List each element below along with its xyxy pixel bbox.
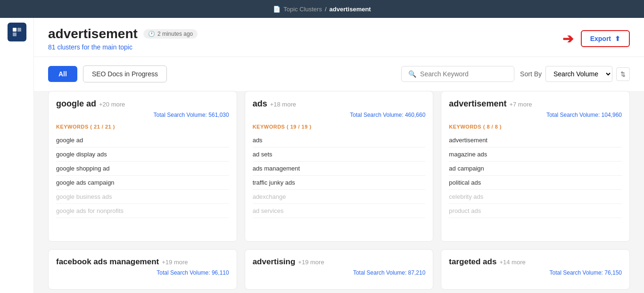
main-content: advertisement 🕐 2 minutes ago 81 cluster… bbox=[34, 18, 644, 293]
card-volume-targeted-ads: Total Search Volume: 76,150 bbox=[449, 269, 622, 276]
breadcrumb-parent: Topic Clusters bbox=[283, 6, 322, 13]
keyword-ads-3: ads management bbox=[253, 162, 426, 176]
search-icon: 🔍 bbox=[408, 70, 416, 78]
card-fade-advertisement bbox=[441, 213, 629, 241]
header-left: advertisement 🕐 2 minutes ago 81 cluster… bbox=[48, 26, 198, 51]
clusters-subtitle: 81 clusters for the main topic bbox=[48, 43, 198, 51]
export-button[interactable]: Export ⬆ bbox=[581, 30, 630, 47]
card-fade-ads bbox=[245, 213, 433, 241]
breadcrumb-doc-icon: 📄 bbox=[273, 6, 281, 13]
svg-rect-2 bbox=[17, 28, 21, 32]
svg-rect-1 bbox=[13, 33, 17, 36]
export-label: Export bbox=[590, 35, 611, 42]
clock-icon: 🕐 bbox=[148, 31, 155, 37]
cluster-card-targeted-ads: targeted ads +14 more Total Search Volum… bbox=[441, 249, 630, 290]
svg-rect-0 bbox=[13, 28, 17, 32]
keyword-advertisement-4: political ads bbox=[449, 176, 622, 190]
cluster-card-advertising: advertising +19 more Total Search Volume… bbox=[245, 249, 434, 290]
card-volume-facebook-ads: Total Search Volume: 96,110 bbox=[56, 269, 229, 276]
card-header-targeted-ads: targeted ads +14 more bbox=[449, 257, 622, 267]
card-header-advertisement: advertisement +7 more bbox=[449, 99, 622, 109]
keyword-google-ad-2: google display ads bbox=[56, 147, 229, 162]
page-title-text: advertisement bbox=[48, 26, 138, 41]
cards-container: google ad +20 more Total Search Volume: … bbox=[34, 91, 644, 293]
card-more-advertising: +19 more bbox=[298, 259, 324, 266]
keyword-advertisement-2: magazine ads bbox=[449, 147, 622, 162]
sort-by-label: Sort By bbox=[520, 70, 542, 78]
search-box: 🔍 bbox=[401, 66, 514, 82]
card-title-google-ad: google ad bbox=[56, 99, 96, 109]
card-title-facebook-ads: facebook ads management bbox=[56, 257, 159, 267]
card-volume-ads: Total Search Volume: 460,660 bbox=[253, 112, 426, 118]
keyword-google-ad-1: google ad bbox=[56, 133, 229, 147]
sort-order-button[interactable]: ⇅ bbox=[616, 67, 630, 81]
keyword-ads-2: ad sets bbox=[253, 147, 426, 162]
keyword-ads-1: ads bbox=[253, 133, 426, 147]
keyword-google-ad-4: google ads campaign bbox=[56, 176, 229, 190]
main-cards-grid: google ad +20 more Total Search Volume: … bbox=[48, 91, 630, 242]
keywords-label-advertisement: KEYWORDS ( 8 / 8 ) bbox=[449, 124, 622, 130]
bottom-cards-grid: facebook ads management +19 more Total S… bbox=[48, 249, 630, 290]
card-title-ads: ads bbox=[253, 99, 267, 109]
timestamp-badge: 🕐 2 minutes ago bbox=[143, 29, 198, 39]
breadcrumb-current: advertisement bbox=[330, 6, 371, 13]
breadcrumb-separator: / bbox=[325, 6, 327, 13]
sort-select[interactable]: Search Volume Keyword Count Alphabetical bbox=[545, 66, 612, 82]
card-volume-advertising: Total Search Volume: 87,210 bbox=[253, 269, 426, 276]
keyword-ads-5: adexchange bbox=[253, 190, 426, 204]
card-title-targeted-ads: targeted ads bbox=[449, 257, 496, 267]
timestamp-text: 2 minutes ago bbox=[157, 31, 193, 37]
page-header: advertisement 🕐 2 minutes ago 81 cluster… bbox=[34, 18, 644, 57]
cluster-card-advertisement: advertisement +7 more Total Search Volum… bbox=[441, 91, 630, 242]
sidebar bbox=[0, 18, 34, 293]
keyword-google-ad-5: google business ads bbox=[56, 190, 229, 204]
cluster-card-ads: ads +18 more Total Search Volume: 460,66… bbox=[245, 91, 434, 242]
arrow-indicator: ➔ bbox=[562, 31, 573, 47]
cluster-card-facebook-ads: facebook ads management +19 more Total S… bbox=[48, 249, 237, 290]
card-volume-google-ad: Total Search Volume: 561,030 bbox=[56, 112, 229, 118]
card-header-google-ad: google ad +20 more bbox=[56, 99, 229, 109]
card-more-google-ad: +20 more bbox=[99, 101, 125, 108]
keyword-advertisement-1: advertisement bbox=[449, 133, 622, 147]
header-right: ➔ Export ⬆ bbox=[562, 30, 630, 47]
filter-bar: All SEO Docs in Progress 🔍 Sort By Searc… bbox=[34, 57, 644, 91]
cluster-card-google-ad: google ad +20 more Total Search Volume: … bbox=[48, 91, 237, 242]
card-title-advertising: advertising bbox=[253, 257, 296, 267]
keyword-ads-4: traffic junky ads bbox=[253, 176, 426, 190]
top-navigation-bar: 📄 Topic Clusters / advertisement bbox=[0, 0, 644, 18]
keyword-google-ad-3: google shopping ad bbox=[56, 162, 229, 176]
app-logo[interactable] bbox=[8, 23, 26, 41]
card-header-facebook-ads: facebook ads management +19 more bbox=[56, 257, 229, 267]
keyword-advertisement-3: ad campaign bbox=[449, 162, 622, 176]
keyword-advertisement-5: celebrity ads bbox=[449, 190, 622, 204]
card-header-advertising: advertising +19 more bbox=[253, 257, 426, 267]
card-volume-advertisement: Total Search Volume: 104,960 bbox=[449, 112, 622, 118]
card-more-ads: +18 more bbox=[270, 101, 296, 108]
keywords-label-google-ad: KEYWORDS ( 21 / 21 ) bbox=[56, 124, 229, 130]
card-fade-google-ad bbox=[49, 213, 237, 241]
keywords-label-ads: KEYWORDS ( 19 / 19 ) bbox=[253, 124, 426, 130]
card-more-targeted-ads: +14 more bbox=[499, 259, 525, 266]
export-icon: ⬆ bbox=[615, 35, 620, 42]
card-more-facebook-ads: +19 more bbox=[162, 259, 188, 266]
filter-all-button[interactable]: All bbox=[48, 66, 77, 82]
page-title-row: advertisement 🕐 2 minutes ago bbox=[48, 26, 198, 41]
filter-seo-docs-button[interactable]: SEO Docs in Progress bbox=[83, 65, 167, 82]
card-more-advertisement: +7 more bbox=[509, 101, 532, 108]
search-input[interactable] bbox=[420, 70, 507, 78]
sort-section: Sort By Search Volume Keyword Count Alph… bbox=[520, 66, 630, 82]
card-header-ads: ads +18 more bbox=[253, 99, 426, 109]
card-title-advertisement: advertisement bbox=[449, 99, 506, 109]
